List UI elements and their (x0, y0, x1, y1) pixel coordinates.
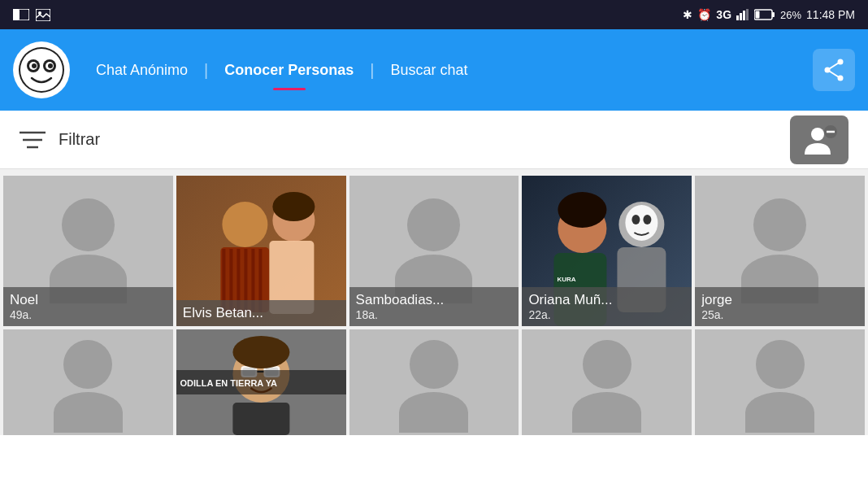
nav-tabs: Chat Anónimo | Conocer Personas | Buscar… (83, 55, 800, 85)
nav-divider-2: | (367, 61, 377, 80)
app-bar: Chat Anónimo | Conocer Personas | Buscar… (0, 29, 868, 111)
people-grid-row-2: ODILLA EN TIERRA YA (0, 328, 868, 435)
svg-point-51 (644, 215, 652, 224)
person-card-noel[interactable]: Noel 49a. (3, 176, 173, 326)
person-info-oriana: Oriana Muñ... 22a. (522, 287, 692, 326)
person-age-noel: 49a. (10, 308, 167, 321)
person-info-samboadasian: Samboadias... 18a. (349, 287, 519, 326)
svg-rect-60 (232, 403, 289, 435)
signal-label: 3G (716, 8, 731, 21)
app-logo (13, 41, 70, 98)
svg-text:KURA: KURA (558, 276, 576, 283)
person-name-elvis: Elvis Betan... (183, 305, 340, 321)
svg-line-22 (830, 63, 839, 69)
person-card-elvis[interactable]: Elvis Betan... (176, 176, 346, 326)
svg-rect-9 (772, 12, 775, 17)
time-display: 11:48 PM (806, 8, 855, 21)
svg-point-17 (32, 63, 37, 68)
svg-point-50 (632, 215, 640, 224)
filter-left: Filtrar (20, 130, 100, 150)
image-icon (36, 9, 50, 21)
person-name-jorge: jorge (701, 292, 858, 308)
status-bar: ✱ ⏰ 3G 26% 11:48 PM (0, 0, 868, 29)
tab-conocer-personas[interactable]: Conocer Personas (211, 55, 367, 85)
person-info-jorge: jorge 25a. (695, 287, 865, 326)
share-icon (822, 59, 845, 81)
svg-point-41 (272, 192, 315, 221)
person-age-oriana: 22a. (528, 308, 685, 321)
screencast-icon (13, 9, 29, 20)
svg-point-27 (811, 128, 824, 141)
share-button[interactable] (813, 49, 855, 91)
nav-divider-1: | (201, 61, 211, 80)
person-age-samboadasian: 18a. (356, 308, 513, 321)
logo-svg (17, 46, 66, 94)
person-card-jorge[interactable]: jorge 25a. (695, 176, 865, 326)
person-name-noel: Noel (10, 292, 167, 308)
svg-rect-5 (740, 13, 742, 20)
svg-text:ODILLA EN TIERRA YA: ODILLA EN TIERRA YA (180, 378, 277, 388)
svg-point-12 (20, 49, 63, 91)
tab-chat-anonimo[interactable]: Chat Anónimo (83, 55, 201, 85)
meme-photo: ODILLA EN TIERRA YA (176, 329, 346, 435)
svg-rect-7 (746, 9, 749, 20)
people-grid-row-1: Noel 49a. (0, 169, 868, 328)
person-name-oriana: Oriana Muñ... (528, 292, 685, 308)
person-card-row2-5[interactable] (695, 329, 865, 435)
battery-icon (754, 9, 775, 20)
person-card-samboadasian[interactable]: Samboadias... 18a. (349, 176, 519, 326)
person-age-jorge: 25a. (701, 308, 858, 321)
filter-icon[interactable] (20, 130, 46, 150)
filter-label: Filtrar (59, 130, 100, 149)
svg-rect-6 (743, 11, 745, 20)
contacts-icon (801, 124, 837, 156)
battery-percent: 26% (780, 9, 801, 21)
person-info-noel: Noel 49a. (3, 287, 173, 326)
status-bar-right: ✱ ⏰ 3G 26% 11:48 PM (683, 8, 855, 21)
svg-rect-4 (736, 15, 739, 20)
person-card-row2-3[interactable] (349, 329, 519, 435)
person-card-row2-1[interactable] (3, 329, 173, 435)
person-name-samboadasian: Samboadias... (356, 292, 513, 308)
filter-bar: Filtrar (0, 111, 868, 169)
svg-point-59 (232, 336, 289, 368)
svg-line-23 (830, 72, 839, 77)
status-bar-left (13, 9, 50, 21)
svg-point-18 (48, 63, 53, 68)
person-card-meme[interactable]: ODILLA EN TIERRA YA (176, 329, 346, 435)
bluetooth-icon: ✱ (683, 8, 692, 21)
contacts-button[interactable] (790, 115, 848, 164)
svg-point-31 (222, 202, 267, 247)
alarm-icon: ⏰ (697, 8, 711, 21)
person-card-row2-4[interactable] (522, 329, 692, 435)
svg-point-46 (558, 192, 607, 228)
person-info-elvis: Elvis Betan... (176, 300, 346, 326)
svg-rect-10 (756, 11, 760, 19)
person-card-oriana[interactable]: KURA Oriana Muñ... 22a. (522, 176, 692, 326)
svg-rect-1 (13, 9, 20, 20)
tab-buscar-chat[interactable]: Buscar chat (378, 55, 481, 85)
signal-bars-icon (736, 9, 749, 20)
